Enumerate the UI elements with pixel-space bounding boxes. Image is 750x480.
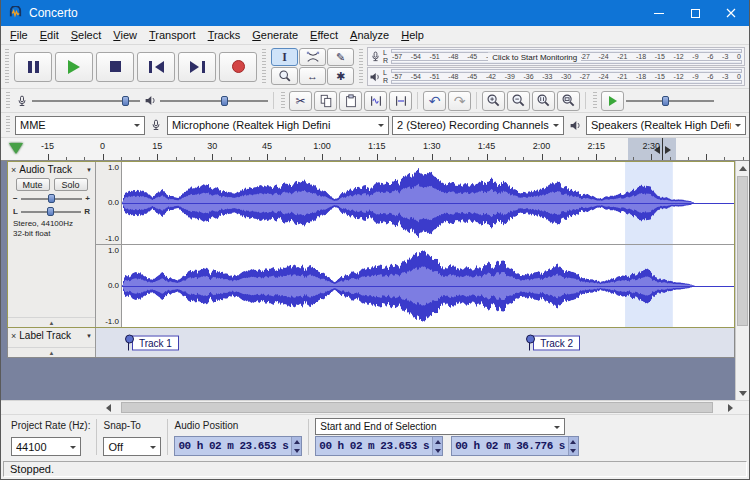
menu-item-edit[interactable]: Edit [34,28,65,42]
fit-selection-button[interactable] [532,91,555,111]
pan-slider[interactable] [21,207,81,217]
silence-audio-button[interactable] [389,91,412,111]
trim-audio-button[interactable] [364,91,387,111]
audio-position-field[interactable]: 00 h 02 m 23.653 s [174,436,302,456]
stop-button[interactable] [96,52,134,82]
multi-tool-button[interactable]: ✱ [327,67,354,85]
edit-toolbar-grip[interactable] [281,92,285,109]
solo-button[interactable]: Solo [54,178,88,191]
play-at-speed-toolbar-grip[interactable] [593,92,597,109]
playback-speed-thumb[interactable] [662,96,669,106]
zoom-in-button[interactable] [482,91,505,111]
undo-button[interactable]: ↶ [423,91,446,111]
scroll-down-button[interactable] [736,386,749,400]
zoom-out-button[interactable] [507,91,530,111]
device-toolbar-grip[interactable] [6,116,10,134]
close-track-button[interactable]: × [11,165,16,175]
transport-toolbar-grip[interactable] [5,49,9,84]
track-label[interactable]: Track 1 [128,335,179,350]
audio-host-dropdown[interactable]: MME [15,116,145,135]
time-shift-tool-button[interactable]: ↔ [299,67,326,85]
label-track-title[interactable]: Label Track [19,330,83,341]
meter-toolbar-grip[interactable] [359,49,363,84]
mic-volume-slider[interactable] [32,95,140,107]
right-channel-vertical-ruler[interactable]: 1.0 0.0 -1.0 [96,245,122,327]
copy-button[interactable] [314,91,337,111]
waveform-right-channel[interactable] [122,245,734,327]
output-volume-slider[interactable] [160,95,268,107]
redo-button[interactable]: ↷ [448,91,471,111]
time-spinner[interactable] [291,437,301,455]
zoom-tool-button[interactable] [271,67,298,85]
label-pin-icon[interactable] [128,335,129,350]
envelope-tool-button[interactable] [299,48,326,66]
track-menu-icon[interactable]: ▼ [86,333,92,339]
cut-button[interactable]: ✂ [289,91,312,111]
menu-item-transport[interactable]: Transport [143,28,202,42]
track-menu-icon[interactable]: ▼ [86,167,92,173]
collapse-track-button[interactable]: ▲ [8,347,95,357]
monitoring-hint[interactable]: Click to Start Monitoring [488,52,581,61]
tools-toolbar-grip[interactable] [262,49,266,84]
collapse-track-button[interactable]: ▲ [8,317,95,327]
recording-channels-dropdown[interactable]: 2 (Stereo) Recording Channels [392,116,564,135]
menu-item-analyze[interactable]: Analyze [344,28,395,42]
mute-button[interactable]: Mute [16,178,50,191]
pan-thumb[interactable] [47,207,54,216]
close-track-button[interactable]: × [11,331,16,341]
menu-item-select[interactable]: Select [65,28,108,42]
snap-to-dropdown[interactable]: Off [103,437,161,456]
mixer-toolbar-grip[interactable] [6,92,10,109]
scroll-right-button[interactable] [723,401,737,414]
play-at-speed-button[interactable] [601,91,624,111]
label-text[interactable]: Track 1 [132,335,179,350]
menu-item-effect[interactable]: Effect [304,28,344,42]
maximize-button[interactable] [677,0,713,26]
horizontal-scrollbar[interactable] [1,400,749,414]
left-channel-vertical-ruler[interactable]: 1.0 0.0 -1.0 [96,162,122,244]
horizontal-scroll-thumb[interactable] [121,402,713,413]
output-volume-thumb[interactable] [221,96,228,106]
label-track-area[interactable]: Track 1Track 2 [96,328,734,357]
pause-button[interactable] [14,52,52,82]
menu-item-view[interactable]: View [107,28,143,42]
title-bar[interactable]: Concerto [1,0,749,26]
audio-track-title[interactable]: Audio Track [19,164,83,175]
selection-mode-dropdown[interactable]: Start and End of Selection [315,418,565,435]
timeline-ruler[interactable]: -1501530451:001:151:301:452:002:152:30 [1,138,749,161]
menu-item-file[interactable]: File [4,28,34,42]
scroll-left-button[interactable] [101,401,115,414]
paste-button[interactable] [339,91,362,111]
track-label[interactable]: Track 2 [529,335,580,350]
menu-item-tracks[interactable]: Tracks [202,28,247,42]
vertical-scroll-thumb[interactable] [737,176,748,326]
recording-meter[interactable]: LR -57-54-51-48-45-42-39-36-33-30-27-24-… [367,47,745,66]
skip-to-end-button[interactable] [178,52,216,82]
project-rate-dropdown[interactable]: 44100 [11,437,81,456]
playback-device-dropdown[interactable]: Speakers (Realtek High Definiti [586,116,746,135]
draw-tool-button[interactable]: ✎ [327,48,354,66]
recording-device-dropdown[interactable]: Microphone (Realtek High Defini [167,116,389,135]
label-text[interactable]: Track 2 [533,335,580,350]
gain-slider[interactable] [21,194,83,204]
gain-thumb[interactable] [48,194,55,203]
close-button[interactable] [713,0,749,26]
playback-meter[interactable]: LR -57-54-51-48-45-42-39-36-33-30-27-24-… [367,67,745,86]
vertical-scrollbar[interactable] [735,161,749,400]
playhead-line[interactable] [662,138,663,160]
scroll-up-button[interactable] [736,161,749,175]
waveform-left-channel[interactable] [122,162,734,244]
menu-item-help[interactable]: Help [395,28,430,42]
timeline-pin-icon[interactable] [9,143,23,154]
minimize-button[interactable] [641,0,677,26]
skip-to-start-button[interactable] [137,52,175,82]
mic-volume-thumb[interactable] [122,96,129,106]
selection-tool-button[interactable]: I [271,48,298,66]
time-spinner[interactable] [568,437,578,455]
time-spinner[interactable] [432,437,442,455]
play-button[interactable] [55,52,93,82]
selection-end-field[interactable]: 00 h 02 m 36.776 s [451,436,579,456]
selection-start-field[interactable]: 00 h 02 m 23.653 s [315,436,443,456]
menu-item-generate[interactable]: Generate [246,28,304,42]
fit-project-button[interactable] [557,91,580,111]
